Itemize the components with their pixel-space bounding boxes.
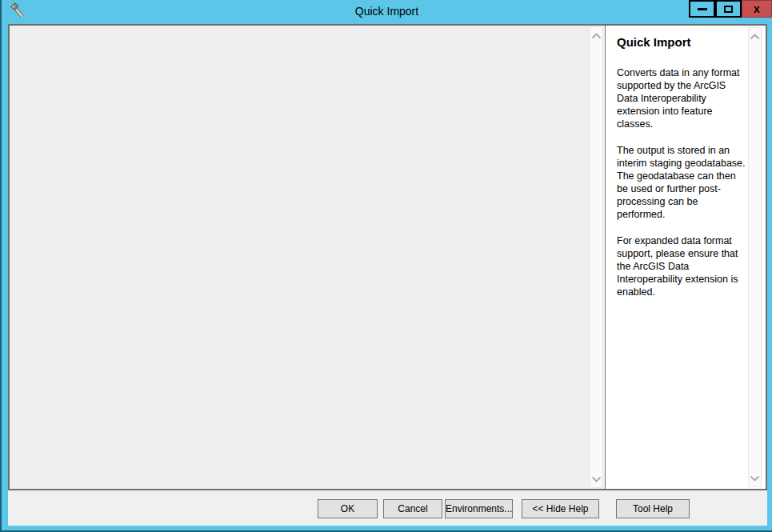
help-scrollbar[interactable] (748, 27, 762, 487)
close-button[interactable]: x (742, 0, 772, 18)
tool-help-button[interactable]: Tool Help (616, 499, 690, 518)
cancel-button[interactable]: Cancel (383, 499, 442, 518)
help-paragraph: Converts data in any format supported by… (617, 66, 746, 130)
window-controls: x (689, 0, 772, 18)
close-icon: x (754, 3, 760, 14)
environments-button[interactable]: Environments... (445, 499, 513, 518)
maximize-button[interactable] (715, 0, 742, 18)
help-panel: Quick Import Converts data in any format… (606, 26, 766, 489)
parameters-area (10, 26, 604, 489)
hide-help-button[interactable]: << Hide Help (522, 499, 599, 518)
scroll-down-icon[interactable] (590, 472, 602, 486)
minimize-icon (698, 8, 707, 10)
window-title: Quick Import (2, 5, 772, 18)
minimize-button[interactable] (689, 0, 715, 18)
help-paragraph: For expanded data format support, please… (617, 234, 746, 298)
titlebar[interactable]: Quick Import x (2, 0, 772, 24)
dialog-footer: OK Cancel Environments... << Hide Help T… (8, 490, 767, 526)
scroll-up-icon[interactable] (749, 30, 761, 43)
help-heading: Quick Import (617, 35, 746, 49)
parameters-scrollbar[interactable] (590, 26, 603, 488)
scroll-down-icon[interactable] (749, 471, 761, 485)
quick-import-dialog: Quick Import x (0, 0, 772, 532)
dialog-content: Quick Import Converts data in any format… (8, 24, 767, 490)
help-paragraph: The output is stored in an interim stagi… (617, 144, 746, 221)
scroll-up-icon[interactable] (590, 29, 602, 42)
maximize-icon (724, 6, 733, 13)
ok-button[interactable]: OK (318, 499, 378, 518)
